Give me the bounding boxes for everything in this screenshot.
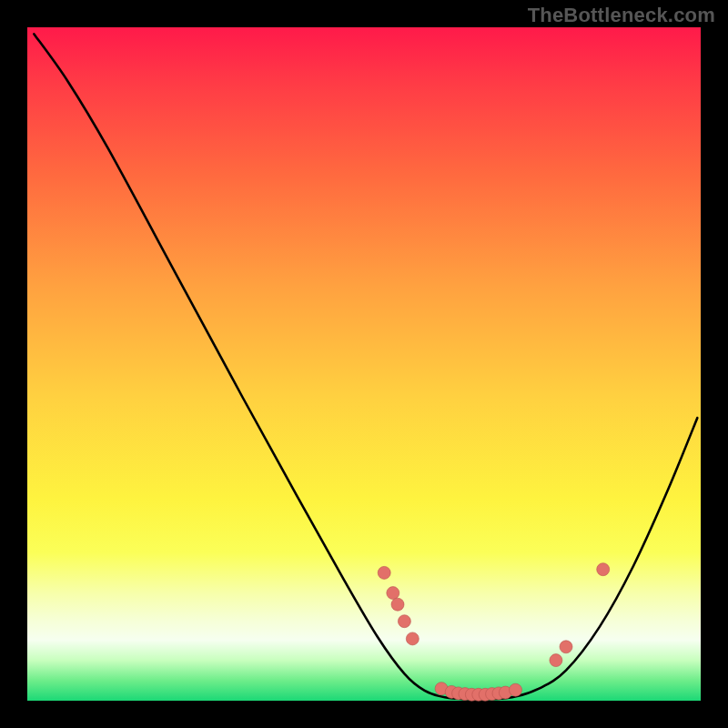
data-point [387,587,399,600]
data-point-group [378,563,610,702]
data-point [391,598,404,611]
data-point [560,641,572,653]
data-point [510,683,522,696]
chart-svg [27,27,701,701]
data-point [406,632,419,645]
bottleneck-curve [34,34,697,699]
data-point [550,654,562,667]
data-point [597,563,610,576]
data-point [398,615,410,628]
attribution-label: TheBottleneck.com [528,4,715,27]
chart-frame: TheBottleneck.com [0,0,728,728]
data-point [378,566,390,579]
